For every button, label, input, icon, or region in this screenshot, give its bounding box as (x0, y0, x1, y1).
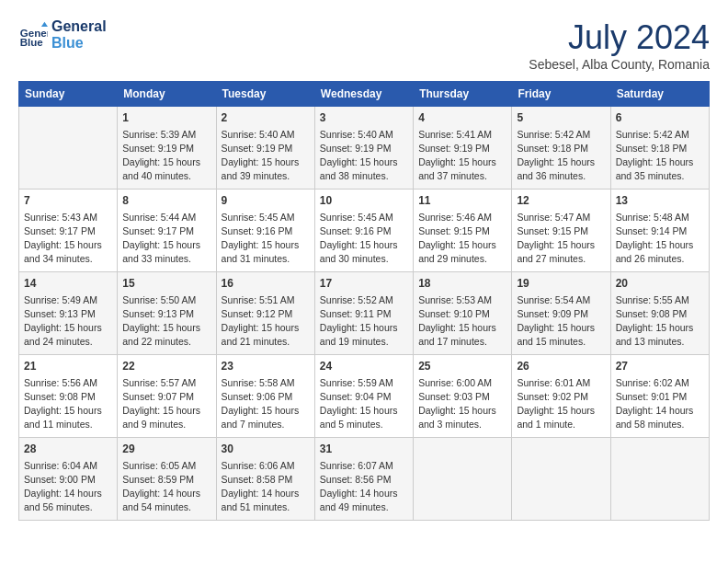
calendar-cell (19, 107, 118, 190)
calendar-cell: 1Sunrise: 5:39 AM Sunset: 9:19 PM Daylig… (118, 107, 216, 190)
calendar-cell (512, 438, 610, 521)
day-number: 14 (24, 276, 112, 292)
weekday-header-saturday: Saturday (610, 82, 709, 107)
day-number: 28 (24, 442, 112, 457)
weekday-header-tuesday: Tuesday (216, 82, 314, 107)
day-content: Sunrise: 5:49 AM Sunset: 9:13 PM Dayligh… (24, 293, 112, 350)
calendar-cell: 19Sunrise: 5:54 AM Sunset: 9:09 PM Dayli… (512, 272, 610, 355)
day-content: Sunrise: 5:43 AM Sunset: 9:17 PM Dayligh… (24, 211, 112, 267)
calendar-cell: 27Sunrise: 6:02 AM Sunset: 9:01 PM Dayli… (610, 355, 709, 438)
day-content: Sunrise: 5:42 AM Sunset: 9:18 PM Dayligh… (517, 128, 605, 184)
svg-marker-2 (41, 21, 48, 26)
calendar-cell: 20Sunrise: 5:55 AM Sunset: 9:08 PM Dayli… (610, 272, 709, 355)
day-content: Sunrise: 5:40 AM Sunset: 9:19 PM Dayligh… (320, 128, 408, 184)
calendar-cell: 8Sunrise: 5:44 AM Sunset: 9:17 PM Daylig… (118, 190, 216, 272)
calendar-cell: 28Sunrise: 6:04 AM Sunset: 9:00 PM Dayli… (19, 438, 118, 521)
day-content: Sunrise: 5:56 AM Sunset: 9:08 PM Dayligh… (24, 376, 112, 432)
calendar-table: SundayMondayTuesdayWednesdayThursdayFrid… (18, 81, 710, 521)
day-content: Sunrise: 5:47 AM Sunset: 9:15 PM Dayligh… (517, 211, 605, 267)
day-content: Sunrise: 5:55 AM Sunset: 9:08 PM Dayligh… (616, 293, 704, 350)
day-number: 25 (418, 359, 506, 374)
weekday-header-thursday: Thursday (414, 82, 512, 107)
day-number: 16 (222, 276, 310, 292)
calendar-week-row: 28Sunrise: 6:04 AM Sunset: 9:00 PM Dayli… (19, 438, 710, 521)
day-content: Sunrise: 6:01 AM Sunset: 9:02 PM Dayligh… (517, 376, 605, 432)
calendar-cell: 30Sunrise: 6:06 AM Sunset: 8:58 PM Dayli… (216, 438, 314, 521)
calendar-cell: 21Sunrise: 5:56 AM Sunset: 9:08 PM Dayli… (19, 355, 118, 438)
day-number: 15 (122, 276, 210, 292)
calendar-cell: 24Sunrise: 5:59 AM Sunset: 9:04 PM Dayli… (314, 355, 413, 438)
day-content: Sunrise: 5:57 AM Sunset: 9:07 PM Dayligh… (122, 376, 210, 432)
day-number: 11 (418, 193, 506, 209)
day-number: 23 (222, 359, 310, 374)
day-content: Sunrise: 6:06 AM Sunset: 8:58 PM Dayligh… (222, 459, 310, 515)
day-content: Sunrise: 5:58 AM Sunset: 9:06 PM Dayligh… (222, 376, 310, 432)
day-number: 12 (517, 193, 605, 209)
logo: General Blue General Blue (18, 18, 107, 51)
day-content: Sunrise: 5:52 AM Sunset: 9:11 PM Dayligh… (320, 293, 408, 350)
calendar-cell: 17Sunrise: 5:52 AM Sunset: 9:11 PM Dayli… (314, 272, 413, 355)
day-number: 27 (616, 359, 704, 374)
location-subtitle: Sebesel, Alba County, Romania (529, 57, 710, 72)
calendar-cell: 10Sunrise: 5:45 AM Sunset: 9:16 PM Dayli… (314, 190, 413, 272)
day-number: 29 (122, 442, 210, 457)
logo-text-blue: Blue (51, 35, 107, 52)
calendar-cell: 5Sunrise: 5:42 AM Sunset: 9:18 PM Daylig… (512, 107, 610, 190)
weekday-header-wednesday: Wednesday (314, 82, 413, 107)
weekday-header-row: SundayMondayTuesdayWednesdayThursdayFrid… (19, 82, 710, 107)
day-content: Sunrise: 5:50 AM Sunset: 9:13 PM Dayligh… (122, 293, 210, 350)
calendar-week-row: 14Sunrise: 5:49 AM Sunset: 9:13 PM Dayli… (19, 272, 710, 355)
logo-icon: General Blue (18, 20, 48, 50)
day-content: Sunrise: 6:07 AM Sunset: 8:56 PM Dayligh… (320, 459, 408, 515)
calendar-cell: 4Sunrise: 5:41 AM Sunset: 9:19 PM Daylig… (414, 107, 512, 190)
day-content: Sunrise: 6:02 AM Sunset: 9:01 PM Dayligh… (616, 376, 704, 432)
day-content: Sunrise: 5:46 AM Sunset: 9:15 PM Dayligh… (418, 211, 506, 267)
calendar-cell: 25Sunrise: 6:00 AM Sunset: 9:03 PM Dayli… (414, 355, 512, 438)
day-number: 9 (222, 193, 310, 209)
calendar-cell: 15Sunrise: 5:50 AM Sunset: 9:13 PM Dayli… (118, 272, 216, 355)
day-content: Sunrise: 5:44 AM Sunset: 9:17 PM Dayligh… (122, 211, 210, 267)
day-number: 19 (517, 276, 605, 292)
day-number: 8 (122, 193, 210, 209)
day-content: Sunrise: 5:59 AM Sunset: 9:04 PM Dayligh… (320, 376, 408, 432)
day-content: Sunrise: 5:41 AM Sunset: 9:19 PM Dayligh… (418, 128, 506, 184)
day-number: 2 (222, 110, 310, 126)
day-number: 5 (517, 110, 605, 126)
day-content: Sunrise: 5:53 AM Sunset: 9:10 PM Dayligh… (418, 293, 506, 350)
title-block: July 2024 Sebesel, Alba County, Romania (529, 18, 710, 72)
day-number: 7 (24, 193, 112, 209)
day-content: Sunrise: 6:04 AM Sunset: 9:00 PM Dayligh… (24, 459, 112, 515)
day-content: Sunrise: 5:39 AM Sunset: 9:19 PM Dayligh… (122, 128, 210, 184)
day-number: 18 (418, 276, 506, 292)
weekday-header-sunday: Sunday (19, 82, 118, 107)
calendar-cell: 26Sunrise: 6:01 AM Sunset: 9:02 PM Dayli… (512, 355, 610, 438)
day-number: 30 (222, 442, 310, 457)
calendar-cell: 31Sunrise: 6:07 AM Sunset: 8:56 PM Dayli… (314, 438, 413, 521)
day-content: Sunrise: 5:48 AM Sunset: 9:14 PM Dayligh… (616, 211, 704, 267)
calendar-cell: 29Sunrise: 6:05 AM Sunset: 8:59 PM Dayli… (118, 438, 216, 521)
calendar-cell: 13Sunrise: 5:48 AM Sunset: 9:14 PM Dayli… (610, 190, 709, 272)
calendar-cell: 11Sunrise: 5:46 AM Sunset: 9:15 PM Dayli… (414, 190, 512, 272)
calendar-week-row: 21Sunrise: 5:56 AM Sunset: 9:08 PM Dayli… (19, 355, 710, 438)
day-number: 26 (517, 359, 605, 374)
calendar-cell: 18Sunrise: 5:53 AM Sunset: 9:10 PM Dayli… (414, 272, 512, 355)
page-header: General Blue General Blue July 2024 Sebe… (18, 18, 710, 72)
day-number: 20 (616, 276, 704, 292)
day-number: 22 (122, 359, 210, 374)
day-content: Sunrise: 5:40 AM Sunset: 9:19 PM Dayligh… (222, 128, 310, 184)
day-number: 3 (320, 110, 408, 126)
month-year-title: July 2024 (529, 18, 710, 57)
calendar-cell: 6Sunrise: 5:42 AM Sunset: 9:18 PM Daylig… (610, 107, 709, 190)
calendar-week-row: 1Sunrise: 5:39 AM Sunset: 9:19 PM Daylig… (19, 107, 710, 190)
day-number: 24 (320, 359, 408, 374)
day-number: 31 (320, 442, 408, 457)
weekday-header-monday: Monday (118, 82, 216, 107)
calendar-cell: 23Sunrise: 5:58 AM Sunset: 9:06 PM Dayli… (216, 355, 314, 438)
logo-text-general: General (51, 18, 107, 35)
calendar-cell: 3Sunrise: 5:40 AM Sunset: 9:19 PM Daylig… (314, 107, 413, 190)
calendar-cell: 7Sunrise: 5:43 AM Sunset: 9:17 PM Daylig… (19, 190, 118, 272)
calendar-cell: 14Sunrise: 5:49 AM Sunset: 9:13 PM Dayli… (19, 272, 118, 355)
day-content: Sunrise: 5:45 AM Sunset: 9:16 PM Dayligh… (320, 211, 408, 267)
day-number: 21 (24, 359, 112, 374)
day-number: 4 (418, 110, 506, 126)
